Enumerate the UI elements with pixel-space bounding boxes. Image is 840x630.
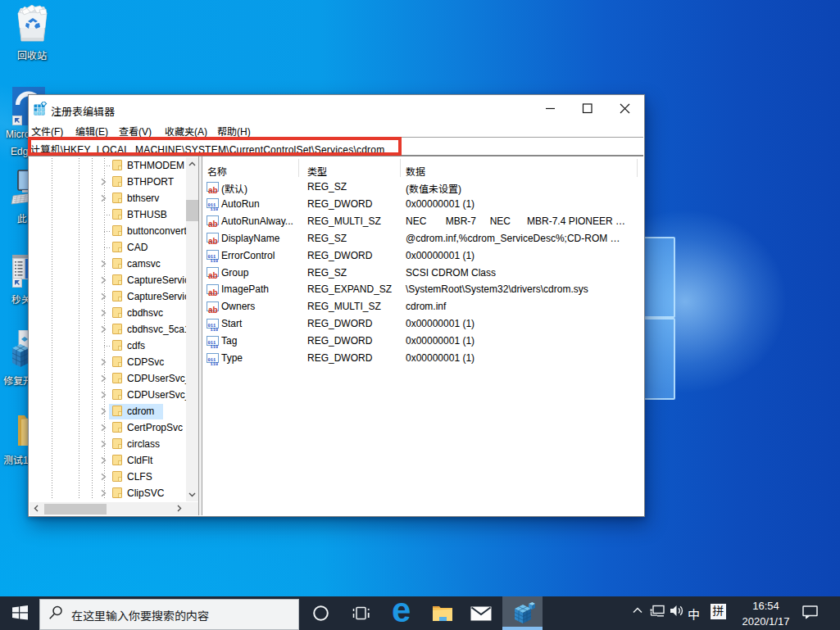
svg-text:ab: ab bbox=[208, 237, 218, 245]
svg-text:ab: ab bbox=[208, 288, 218, 297]
svg-text:ab: ab bbox=[208, 220, 218, 228]
svg-text:110: 110 bbox=[211, 259, 219, 262]
svg-text:110: 110 bbox=[211, 328, 219, 331]
svg-text:e: e bbox=[392, 595, 411, 624]
svg-text:110: 110 bbox=[211, 345, 219, 348]
svg-text:110: 110 bbox=[211, 207, 219, 211]
svg-text:ab: ab bbox=[208, 186, 218, 194]
svg-text:110: 110 bbox=[211, 362, 219, 365]
svg-text:ab: ab bbox=[208, 271, 218, 279]
svg-text:ab: ab bbox=[208, 306, 218, 314]
